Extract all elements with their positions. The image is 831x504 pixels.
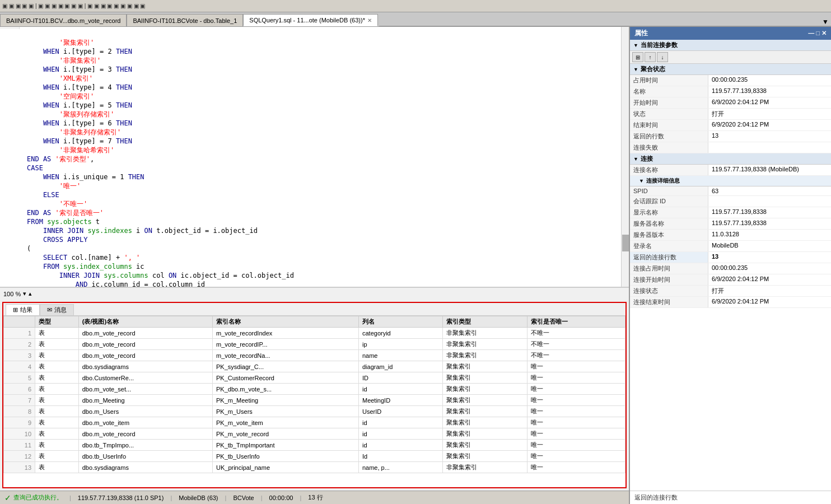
table-cell: 表: [35, 451, 79, 462]
table-cell: PK_m_vote_item: [213, 417, 359, 428]
prop-label: 显示名称: [630, 207, 708, 218]
prop-row-detail: 服务器版本11.0.3128: [630, 230, 831, 241]
prop-value: 00:00:00.235: [708, 263, 831, 274]
tab-3-close[interactable]: ✕: [367, 17, 372, 24]
table-row: 7表dbo.m_MeetingPK_m_MeetingMeetingID聚集索引…: [4, 395, 625, 406]
sql-scrollbar[interactable]: [621, 27, 629, 287]
results-tab-grid[interactable]: ⊞ 结果: [6, 304, 40, 315]
tab-2[interactable]: BAIINFO-IT101.BCVote - dbo.Table_1: [127, 14, 243, 26]
row-number: 5: [4, 372, 35, 384]
table-cell: 表: [35, 428, 79, 440]
prop-label: 状态: [630, 109, 708, 119]
table-cell: dbo.m_vote_record: [78, 339, 212, 350]
prop-label: 连接结束时间: [630, 297, 708, 307]
table-row: 5表dbo.CustomerRe...PK_CustomerRecordID聚集…: [4, 372, 625, 384]
results-tbody: 1表dbo.m_vote_recordm_vote_recordIndexcat…: [4, 328, 625, 473]
tab-1[interactable]: BAIINFO-IT101.BCV...dbo.m_vote_record: [0, 14, 127, 26]
results-panel: ⊞ 结果 ✉ 消息 类型 (表/视图)名称: [2, 302, 627, 488]
prop-label: 占用时间: [630, 75, 708, 86]
table-cell: 聚集索引: [442, 384, 527, 395]
status-sep5: |: [300, 494, 301, 501]
prop-row-agg: 结束时间6/9/2020 2:04:12 PM: [630, 120, 831, 131]
prop-value: [708, 142, 831, 153]
row-number: 13: [4, 462, 35, 473]
status-rows: 13 行: [308, 493, 323, 502]
col-column: 列名: [358, 316, 442, 328]
prop-row-detail: 登录名MobileDB: [630, 241, 831, 252]
table-cell: PK_dbo.m_vote_s...: [213, 384, 359, 395]
status-schema: BCVote: [233, 494, 254, 501]
props-section-agg[interactable]: ▼ 聚合状态: [630, 64, 831, 75]
props-section-detail[interactable]: ▼ 连接详细信息: [630, 176, 831, 186]
prop-value: 6/9/2020 2:04:12 PM: [708, 297, 831, 307]
prop-label: 返回的连接行数: [630, 252, 708, 263]
col-index-type: 索引类型: [442, 316, 527, 328]
table-cell: 唯一: [527, 440, 625, 451]
sql-code-area[interactable]: '聚集索引' WHEN i.[type] = 2 THEN '非聚集索引' WH…: [0, 27, 629, 287]
props-title-bar: 属性 — □ ✕: [630, 27, 831, 40]
table-cell: 表: [35, 462, 79, 473]
conn-collapse-arrow: ▼: [633, 156, 638, 162]
status-sep3: |: [225, 494, 227, 501]
conn-section-label: 连接: [641, 155, 653, 163]
prop-value: 13: [708, 252, 831, 263]
sql-code-content[interactable]: '聚集索引' WHEN i.[type] = 2 THEN '非聚集索引' WH…: [22, 27, 629, 287]
toolbar-icons: ▣ ▣ ▣ ▣ ▣ | ▣ ▣ ▣ ▣ ▣ ▣ ▣ | ▣ ▣ ▣ ▣ ▣ ▣ …: [2, 3, 145, 9]
table-cell: 表: [35, 384, 79, 395]
sql-scrollbar-thumb[interactable]: [622, 235, 629, 251]
props-section-conn[interactable]: ▼ 连接: [630, 153, 831, 165]
table-cell: name: [358, 350, 442, 361]
table-row: 9表dbo.m_vote_itemPK_m_vote_itemid聚集索引唯一: [4, 417, 625, 428]
prop-row-detail: 连接占用时间00:00:00.235: [630, 263, 831, 274]
table-cell: 唯一: [527, 372, 625, 384]
props-btn-2[interactable]: ↑: [645, 52, 656, 62]
prop-value: 6/9/2020 2:04:12 PM: [708, 97, 831, 108]
prop-row-agg: 开始时间6/9/2020 2:04:12 PM: [630, 97, 831, 109]
table-cell: ID: [358, 372, 442, 384]
grid-icon: ⊞: [13, 306, 18, 314]
table-cell: UserID: [358, 406, 442, 417]
status-ok: ✓ 查询已成功执行。: [4, 493, 63, 502]
props-content[interactable]: ▼ 聚合状态 占用时间00:00:00.235名称119.57.77.139,8…: [630, 64, 831, 491]
tab-overflow-button[interactable]: ▼: [820, 18, 831, 26]
table-cell: id: [358, 440, 442, 451]
table-cell: 聚集索引: [442, 417, 527, 428]
results-tabs: ⊞ 结果 ✉ 消息: [3, 303, 625, 316]
table-row: 12表dbo.tb_UserInfoPK_tb_UserInfoId聚集索引唯一: [4, 451, 625, 462]
row-number: 3: [4, 350, 35, 361]
table-header-row: 类型 (表/视图)名称 索引名称 列名 索引类型 索引是否唯一: [4, 316, 625, 328]
main-layout: '聚集索引' WHEN i.[type] = 2 THEN '非聚集索引' WH…: [0, 27, 831, 504]
properties-panel: 属性 — □ ✕ ▼ 当前连接参数 ⊞ ↑ ↓ ▼ 聚合状态 占用时间00:00…: [629, 27, 831, 504]
props-window-controls[interactable]: — □ ✕: [808, 30, 827, 37]
zoom-plus[interactable]: ▴: [29, 290, 32, 297]
results-tab-msg[interactable]: ✉ 消息: [40, 304, 74, 315]
props-title: 属性: [634, 29, 648, 38]
props-btn-1[interactable]: ⊞: [632, 52, 643, 62]
table-cell: 表: [35, 339, 79, 350]
table-cell: 表: [35, 328, 79, 339]
prop-value: 打开: [708, 286, 831, 296]
results-tab-msg-label: 消息: [54, 306, 67, 314]
prop-row-detail: 服务器名称119.57.77.139,8338: [630, 218, 831, 230]
zoom-minus[interactable]: ▾: [23, 290, 26, 297]
table-cell: 表: [35, 417, 79, 428]
prop-value: 6/9/2020 2:04:12 PM: [708, 274, 831, 285]
prop-label: 连接开始时间: [630, 274, 708, 285]
table-cell: 唯一: [527, 361, 625, 372]
table-cell: m_vote_recordIndex: [213, 328, 359, 339]
props-section-connection[interactable]: ▼ 当前连接参数: [630, 40, 831, 51]
col-type: 类型: [35, 316, 79, 328]
results-table-container[interactable]: 类型 (表/视图)名称 索引名称 列名 索引类型 索引是否唯一 1表dbo.m_…: [3, 316, 625, 487]
row-number: 8: [4, 406, 35, 417]
prop-label: 返回的行数: [630, 131, 708, 142]
status-ok-icon: ✓: [4, 493, 11, 502]
msg-icon: ✉: [47, 306, 52, 314]
table-cell: UK_principal_name: [213, 462, 359, 473]
status-sep4: |: [261, 494, 263, 501]
row-number: 11: [4, 440, 35, 451]
table-cell: ip: [358, 339, 442, 350]
prop-row-detail: SPID63: [630, 186, 831, 196]
props-btn-3[interactable]: ↓: [657, 52, 668, 62]
table-cell: m_vote_recordIP...: [213, 339, 359, 350]
tab-3[interactable]: SQLQuery1.sql - 11...ote (MobileDB (63))…: [243, 14, 378, 26]
